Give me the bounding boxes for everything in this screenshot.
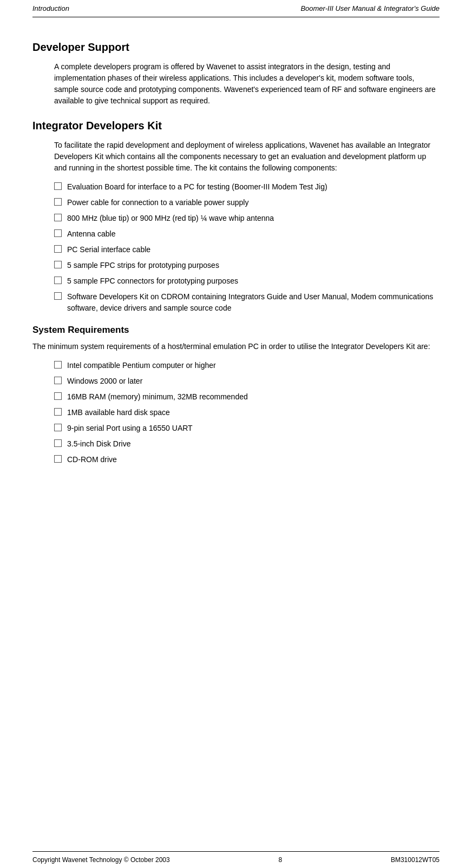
bullet-icon: [54, 292, 62, 300]
developer-support-body: A complete developers program is offered…: [54, 61, 440, 107]
footer-left: Copyright Wavenet Technology © October 2…: [32, 856, 170, 864]
bullet-icon: [54, 392, 62, 400]
bullet-icon: [54, 245, 62, 253]
list-item-text: Intel compatible Pentium computer or hig…: [67, 360, 440, 371]
bullet-icon: [54, 455, 62, 463]
system-requirements-intro: The minimum system requirements of a hos…: [32, 341, 440, 352]
list-item-text: PC Serial interface cable: [67, 244, 440, 255]
bullet-icon: [54, 261, 62, 268]
developer-support-text: A complete developers program is offered…: [54, 61, 440, 107]
list-item-text: Antenna cable: [67, 228, 440, 240]
list-item-text: 9-pin serial Port using a 16550 UART: [67, 423, 440, 434]
bullet-icon: [54, 361, 62, 369]
list-item: 1MB available hard disk space: [54, 407, 440, 418]
footer-right: BM310012WT05: [391, 856, 440, 864]
list-item: 3.5-inch Disk Drive: [54, 438, 440, 450]
list-item-text: 16MB RAM (memory) minimum, 32MB recommen…: [67, 391, 440, 403]
list-item: Windows 2000 or later: [54, 376, 440, 387]
bullet-icon: [54, 408, 62, 416]
list-item: 5 sample FPC connectors for prototyping …: [54, 275, 440, 287]
list-item: 16MB RAM (memory) minimum, 32MB recommen…: [54, 391, 440, 403]
integrator-kit-intro: To facilitate the rapid development and …: [54, 140, 440, 174]
list-item: CD-ROM drive: [54, 454, 440, 465]
bullet-icon: [54, 439, 62, 447]
bullet-icon: [54, 377, 62, 384]
list-item-text: Power cable for connection to a variable…: [67, 197, 440, 208]
integrator-kit-heading: Integrator Developers Kit: [32, 120, 440, 132]
bullet-icon: [54, 182, 62, 190]
page: Introduction Boomer-III User Manual & In…: [0, 0, 472, 868]
list-item: 5 sample FPC strips for prototyping purp…: [54, 260, 440, 271]
list-item-text: 3.5-inch Disk Drive: [67, 438, 440, 450]
bullet-icon: [54, 277, 62, 284]
list-item: PC Serial interface cable: [54, 244, 440, 255]
list-item-text: CD-ROM drive: [67, 454, 440, 465]
page-content: Developer Support A complete developers …: [32, 28, 440, 851]
developer-support-heading: Developer Support: [32, 41, 440, 54]
bullet-icon: [54, 229, 62, 237]
header-right: Boomer-III User Manual & Integrator's Gu…: [300, 4, 440, 12]
list-item: Antenna cable: [54, 228, 440, 240]
system-requirements-heading: System Requirements: [32, 325, 440, 336]
list-item-text: Software Developers Kit on CDROM contain…: [67, 291, 440, 314]
bullet-icon: [54, 424, 62, 431]
list-item-text: 5 sample FPC connectors for prototyping …: [67, 275, 440, 287]
list-item: Intel compatible Pentium computer or hig…: [54, 360, 440, 371]
list-item-text: 5 sample FPC strips for prototyping purp…: [67, 260, 440, 271]
integrator-kit-list: Evaluation Board for interface to a PC f…: [54, 181, 440, 314]
list-item: 800 MHz (blue tip) or 900 MHz (red tip) …: [54, 213, 440, 224]
list-item-text: 1MB available hard disk space: [67, 407, 440, 418]
list-item: Software Developers Kit on CDROM contain…: [54, 291, 440, 314]
system-requirements-list: Intel compatible Pentium computer or hig…: [54, 360, 440, 465]
integrator-kit-body: To facilitate the rapid development and …: [54, 140, 440, 174]
footer-center: 8: [278, 856, 282, 864]
list-item: Power cable for connection to a variable…: [54, 197, 440, 208]
header-left: Introduction: [32, 4, 69, 12]
list-item-text: Windows 2000 or later: [67, 376, 440, 387]
bullet-icon: [54, 198, 62, 206]
bullet-icon: [54, 214, 62, 221]
page-footer: Copyright Wavenet Technology © October 2…: [32, 851, 440, 868]
list-item-text: Evaluation Board for interface to a PC f…: [67, 181, 440, 193]
list-item-text: 800 MHz (blue tip) or 900 MHz (red tip) …: [67, 213, 440, 224]
page-header: Introduction Boomer-III User Manual & In…: [32, 0, 440, 17]
list-item: Evaluation Board for interface to a PC f…: [54, 181, 440, 193]
list-item: 9-pin serial Port using a 16550 UART: [54, 423, 440, 434]
